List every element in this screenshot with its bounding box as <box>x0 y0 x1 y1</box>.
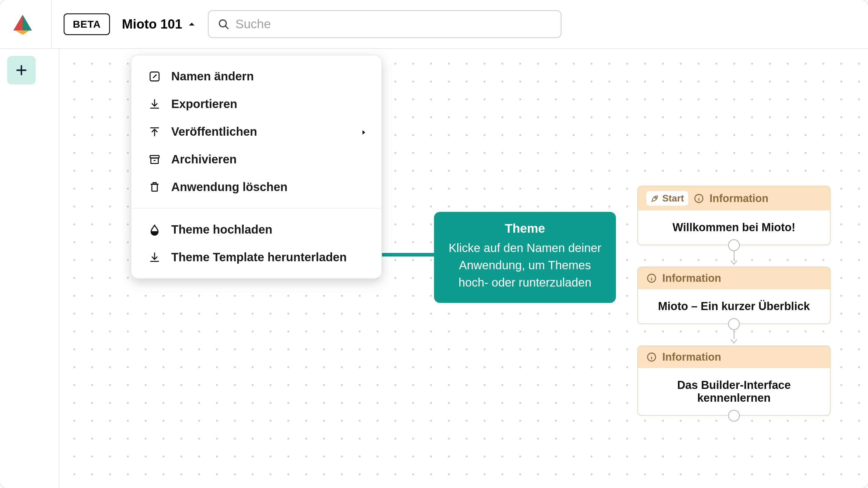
menu-item-theme-upload[interactable]: Theme hochladen <box>131 216 381 243</box>
node-header: Information <box>638 267 830 289</box>
search-icon <box>218 18 229 30</box>
topbar: BETA Mioto 101 <box>0 0 868 49</box>
start-label: Start <box>662 193 684 204</box>
flow-column: Start Information Willkommen bei Mioto! … <box>637 186 831 422</box>
app-title-dropdown[interactable]: Mioto 101 <box>122 17 196 32</box>
app-frame: BETA Mioto 101 <box>0 0 868 488</box>
menu-item-label: Namen ändern <box>171 69 254 83</box>
menu-section-main: Namen ändern Exportieren Veröffentlichen <box>131 55 381 208</box>
app-logo[interactable] <box>12 13 33 35</box>
menu-item-label: Veröffentlichen <box>171 125 257 138</box>
svg-marker-1 <box>23 15 32 31</box>
canvas[interactable]: Namen ändern Exportieren Veröffentlichen <box>59 49 868 488</box>
start-badge: Start <box>646 191 688 206</box>
node-connector <box>728 245 740 267</box>
info-icon <box>646 352 657 363</box>
menu-item-delete[interactable]: Anwendung löschen <box>131 173 381 201</box>
download-icon <box>148 251 161 264</box>
menu-item-archive[interactable]: Archivieren <box>131 145 381 173</box>
flow-node[interactable]: Information Mioto – Ein kurzer Überblick <box>637 267 831 324</box>
menu-item-label: Archivieren <box>171 153 237 166</box>
svg-marker-2 <box>16 31 30 35</box>
rocket-icon <box>650 194 659 203</box>
topbar-divider <box>51 0 52 48</box>
sidebar <box>0 49 59 488</box>
archive-icon <box>148 153 161 166</box>
menu-item-label: Exportieren <box>171 97 237 111</box>
menu-item-label: Theme hochladen <box>171 223 272 236</box>
trash-icon <box>148 181 161 194</box>
menu-item-theme-download[interactable]: Theme Template herunterladen <box>131 243 381 271</box>
plus-icon <box>15 64 28 77</box>
info-icon <box>693 193 704 204</box>
info-icon <box>646 273 657 284</box>
logo-icon <box>12 13 33 35</box>
upload-icon <box>148 125 161 138</box>
callout-title: Theme <box>446 221 604 236</box>
menu-item-export[interactable]: Exportieren <box>131 90 381 118</box>
menu-item-label: Theme Template herunterladen <box>171 251 347 264</box>
tooltip-callout: Theme Klicke auf den Namen deiner Anwend… <box>434 212 616 303</box>
node-type-label: Information <box>662 272 721 284</box>
main: Namen ändern Exportieren Veröffentlichen <box>0 49 868 488</box>
svg-line-4 <box>225 26 228 29</box>
node-header: Start Information <box>638 186 830 210</box>
callout-body: Klicke auf den Namen deiner Anwendung, u… <box>446 239 604 291</box>
node-title: Das Builder-Interface kennenlernen <box>638 368 830 415</box>
svg-point-12 <box>655 197 656 199</box>
download-icon <box>148 97 161 111</box>
node-connector <box>728 324 740 345</box>
add-node-button[interactable] <box>7 56 36 85</box>
droplet-icon <box>148 223 161 236</box>
app-title-text: Mioto 101 <box>122 17 182 32</box>
node-connector <box>728 416 740 422</box>
search-box[interactable] <box>208 10 561 38</box>
menu-item-rename[interactable]: Namen ändern <box>131 62 381 90</box>
beta-badge: BETA <box>64 13 110 35</box>
app-title-menu: Namen ändern Exportieren Veröffentlichen <box>131 55 382 279</box>
node-header: Information <box>638 346 830 368</box>
search-input[interactable] <box>236 17 552 31</box>
chevron-up-icon <box>188 20 196 28</box>
flow-node[interactable]: Start Information Willkommen bei Mioto! <box>637 186 831 245</box>
node-type-label: Information <box>662 351 721 363</box>
svg-rect-11 <box>152 184 157 191</box>
menu-item-label: Anwendung löschen <box>171 180 287 194</box>
flow-node[interactable]: Information Das Builder-Interface kennen… <box>637 345 831 416</box>
menu-item-publish[interactable]: Veröffentlichen <box>131 118 381 145</box>
menu-section-theme: Theme hochladen Theme Template herunterl… <box>131 208 381 278</box>
edit-icon <box>148 70 161 83</box>
node-type-label: Information <box>710 192 768 205</box>
chevron-right-icon <box>361 125 367 138</box>
